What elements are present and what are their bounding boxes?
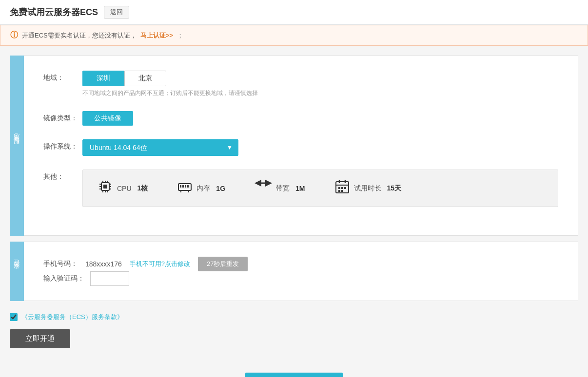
phone-number: 188xxxx176 xyxy=(85,260,122,268)
config-panel-wrapper: 配置信息 地域： 深圳 北京 不同地域之间的产品内网不互通；订购后不能更换地域，… xyxy=(10,56,578,236)
submit-button[interactable]: 立即开通 xyxy=(10,329,70,348)
page-title: 免费试用云服务器ECS xyxy=(10,6,98,18)
region-buttons: 深圳 北京 xyxy=(82,71,558,86)
duration-value: 15天 xyxy=(387,184,402,193)
terms-link[interactable]: 《云服务器服务（ECS）服务条款》 xyxy=(21,313,123,321)
alert-icon: ⓘ xyxy=(10,30,18,40)
os-row: 操作系统： Ubuntu 14.04 64位 Ubuntu 12.04 64位 … xyxy=(43,139,558,156)
resend-button[interactable]: 27秒后重发 xyxy=(198,257,248,271)
alert-bar: ⓘ 开通ECS需要实名认证，您还没有认证， 马上认证>> ； xyxy=(0,25,588,46)
region-btn-shenzhen[interactable]: 深圳 xyxy=(82,71,124,86)
svg-rect-17 xyxy=(185,185,186,188)
bottom-section: 《云服务器服务（ECS）服务条款》 立即开通 xyxy=(0,303,588,353)
spec-cpu: CPU 1核 xyxy=(98,179,148,198)
mirror-button[interactable]: 公共镜像 xyxy=(82,111,133,126)
svg-rect-18 xyxy=(187,185,189,188)
spec-bandwidth: 带宽 1M xyxy=(255,180,305,197)
memory-icon xyxy=(177,179,193,198)
bandwidth-name: 带宽 xyxy=(276,184,290,193)
svg-rect-29 xyxy=(341,187,343,189)
region-btn-beijing[interactable]: 北京 xyxy=(124,71,166,86)
duration-name: 试用时长 xyxy=(354,184,381,193)
bandwidth-value: 1M xyxy=(295,185,305,192)
svg-rect-31 xyxy=(338,190,340,192)
svg-rect-16 xyxy=(182,185,184,188)
svg-marker-22 xyxy=(265,180,272,187)
verify-panel: 手机号码： 188xxxx176 手机不可用?点击修改 27秒后重发 输入验证码… xyxy=(24,242,578,301)
region-field: 深圳 北京 不同地域之间的产品内网不互通；订购后不能更换地域，请谨慎选择 xyxy=(82,71,558,97)
mirror-field: 公共镜像 xyxy=(82,111,558,126)
os-select[interactable]: Ubuntu 14.04 64位 Ubuntu 12.04 64位 CentOS… xyxy=(82,139,238,156)
change-phone-link[interactable]: 手机不可用?点击修改 xyxy=(130,260,190,268)
mirror-row: 镜像类型： 公共镜像 xyxy=(43,111,558,126)
specs-field: CPU 1核 xyxy=(82,170,558,207)
spec-memory: 内存 1G xyxy=(177,179,225,198)
bandwidth-icon xyxy=(255,180,272,197)
region-row: 地域： 深圳 北京 不同地域之间的产品内网不互通；订购后不能更换地域，请谨慎选择 xyxy=(43,71,558,97)
duration-icon xyxy=(334,179,350,198)
region-label: 地域： xyxy=(43,71,82,82)
region-note: 不同地域之间的产品内网不互通；订购后不能更换地域，请谨慎选择 xyxy=(82,89,558,97)
os-field: Ubuntu 14.04 64位 Ubuntu 12.04 64位 CentOS… xyxy=(82,139,558,156)
terms-row: 《云服务器服务（ECS）服务条款》 xyxy=(10,313,578,321)
phone-row: 手机号码： 188xxxx176 手机不可用?点击修改 27秒后重发 xyxy=(43,257,558,271)
svg-marker-21 xyxy=(255,180,261,187)
cpu-icon xyxy=(98,179,113,198)
recommend-button[interactable]: 云服务器推荐配置 xyxy=(245,373,343,377)
config-side-label: 配置信息 xyxy=(10,56,24,236)
terms-checkbox[interactable] xyxy=(10,313,18,321)
memory-name: 内存 xyxy=(196,184,210,193)
verify-side-label: 安全验证 xyxy=(10,242,24,301)
recommend-section: 云服务器推荐配置 xyxy=(0,353,588,377)
page-header: 免费试用云服务器ECS 返回 xyxy=(0,0,588,25)
cpu-value: 1核 xyxy=(137,184,148,193)
svg-rect-32 xyxy=(341,190,343,192)
specs-row: 其他： xyxy=(43,170,558,207)
code-row: 输入验证码： xyxy=(43,271,558,286)
spec-duration: 试用时长 15天 xyxy=(334,179,402,198)
svg-rect-30 xyxy=(344,187,346,189)
mirror-label: 镜像类型： xyxy=(43,111,82,123)
specs-box: CPU 1核 xyxy=(82,170,558,207)
svg-rect-1 xyxy=(103,185,107,188)
svg-rect-28 xyxy=(338,187,340,189)
code-label: 输入验证码： xyxy=(43,274,84,283)
config-panel: 地域： 深圳 北京 不同地域之间的产品内网不互通；订购后不能更换地域，请谨慎选择… xyxy=(24,56,578,236)
memory-value: 1G xyxy=(216,185,225,192)
alert-text-after: ； xyxy=(177,31,183,40)
cpu-name: CPU xyxy=(117,185,132,192)
svg-rect-15 xyxy=(180,185,181,188)
back-button[interactable]: 返回 xyxy=(104,6,129,19)
alert-verify-link[interactable]: 马上认证>> xyxy=(140,31,173,40)
specs-label: 其他： xyxy=(43,170,82,181)
alert-text-before: 开通ECS需要实名认证，您还没有认证， xyxy=(22,31,137,40)
phone-label: 手机号码： xyxy=(43,260,78,268)
code-input[interactable] xyxy=(90,271,129,286)
os-label: 操作系统： xyxy=(43,139,82,151)
os-select-wrapper: Ubuntu 14.04 64位 Ubuntu 12.04 64位 CentOS… xyxy=(82,139,238,156)
verify-panel-wrapper: 安全验证 手机号码： 188xxxx176 手机不可用?点击修改 27秒后重发 … xyxy=(10,242,578,301)
